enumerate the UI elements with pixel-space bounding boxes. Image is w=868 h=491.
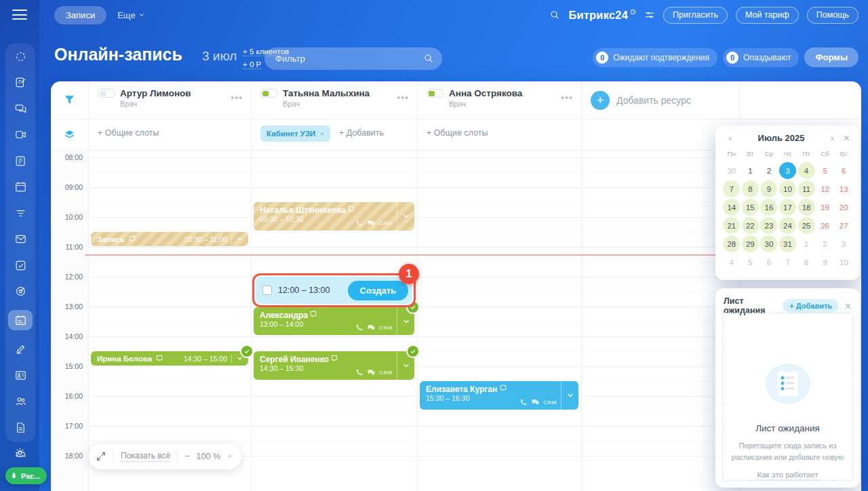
calendar-day[interactable]: 28: [723, 235, 740, 252]
free-slot[interactable]: 12:00 – 13:00 Создать: [256, 277, 412, 304]
calendar-day[interactable]: 8: [742, 180, 759, 197]
current-date[interactable]: 3 июл: [202, 49, 237, 64]
calendar-day[interactable]: 19: [816, 199, 833, 216]
close-icon[interactable]: ✕: [843, 133, 850, 143]
calendar-day[interactable]: 16: [760, 199, 777, 216]
calendar-day[interactable]: 2: [760, 162, 777, 179]
calendar-day[interactable]: 10: [779, 180, 796, 197]
resource-toggle[interactable]: [98, 89, 115, 98]
calendar-day[interactable]: 1: [798, 235, 815, 252]
room-tag[interactable]: Кабинет УЗИ×: [260, 125, 330, 142]
chat-icon[interactable]: [367, 368, 376, 377]
calendar-day[interactable]: 10: [835, 254, 852, 271]
late-badge[interactable]: 0 Опаздывают: [723, 48, 799, 67]
calendar-icon[interactable]: [10, 180, 31, 195]
messenger-icon[interactable]: [10, 101, 31, 116]
calendar-day[interactable]: 9: [760, 180, 777, 197]
more-menu[interactable]: Еще: [117, 10, 144, 20]
calendar-day-selected[interactable]: 3: [779, 162, 796, 179]
chevron-down-icon[interactable]: [236, 355, 243, 362]
marketing-icon[interactable]: [10, 284, 31, 299]
calendar-day[interactable]: 20: [835, 199, 852, 216]
pending-badge[interactable]: 0 Ожидают подтверждения: [593, 48, 717, 67]
search-icon[interactable]: [549, 9, 560, 20]
prev-month-icon[interactable]: ‹: [725, 133, 736, 143]
promo-badge[interactable]: Рас...: [5, 467, 47, 484]
calendar-day[interactable]: 30: [760, 235, 777, 252]
calendar-day[interactable]: 2: [816, 235, 833, 252]
chevron-down-icon[interactable]: [236, 235, 243, 243]
calendar-day[interactable]: 23: [760, 217, 777, 234]
resource-col-tatyana[interactable]: Татьяна Малыхина Врач •••: [251, 81, 417, 119]
calendar-day[interactable]: 17: [779, 199, 796, 216]
calendar-day[interactable]: 1: [742, 162, 759, 179]
expand-icon[interactable]: [96, 451, 106, 462]
mail-icon[interactable]: [10, 232, 31, 247]
filter-input[interactable]: [264, 47, 442, 70]
calendar-day[interactable]: 9: [816, 254, 833, 271]
event-irina[interactable]: Ирина Белова 14:30 – 15:00: [91, 351, 248, 366]
event-liza[interactable]: Елизавета Курган 15:30 – 16:30 CRM: [420, 381, 578, 410]
phone-icon[interactable]: [519, 398, 528, 407]
help-button[interactable]: Помощь: [807, 7, 859, 24]
calendar-day[interactable]: 18: [798, 199, 815, 216]
next-month-icon[interactable]: ›: [827, 133, 837, 143]
calendar-day[interactable]: 6: [760, 254, 777, 271]
shared-slots-button[interactable]: + Общие слоты: [427, 128, 488, 138]
calendar-day[interactable]: 7: [779, 254, 796, 271]
event-natalia[interactable]: Наталья Штенникова 09:30 – 10:30 CRM: [254, 202, 414, 231]
calendar-day[interactable]: 6: [835, 162, 852, 179]
add-resource-button[interactable]: + Добавить ресурс: [581, 81, 739, 119]
calendar-day[interactable]: 29: [742, 235, 759, 252]
phone-icon[interactable]: [355, 323, 363, 332]
phone-icon[interactable]: [355, 219, 363, 228]
phone-icon[interactable]: [355, 368, 363, 377]
settings-icon[interactable]: [9, 445, 30, 460]
event-zapis[interactable]: Запись 10:30 – 11:00: [91, 232, 248, 246]
employees-icon[interactable]: [10, 394, 31, 409]
contacts-icon[interactable]: [10, 368, 31, 382]
create-button[interactable]: Создать: [348, 281, 408, 300]
show-all-button[interactable]: Показать всё: [121, 451, 170, 462]
calendar-day[interactable]: 4: [798, 162, 815, 179]
calendar-day[interactable]: 13: [835, 180, 852, 197]
slot-checkbox[interactable]: [262, 286, 272, 295]
booking-icon[interactable]: [8, 310, 33, 330]
waitlist-how-link[interactable]: Как это работает: [757, 471, 818, 480]
more-icon[interactable]: •••: [397, 92, 409, 103]
calendar-day[interactable]: 30: [723, 162, 740, 179]
search-icon[interactable]: [423, 53, 434, 64]
sliders-icon[interactable]: [644, 9, 655, 20]
tariff-button[interactable]: Мой тариф: [736, 7, 799, 24]
calendar-day[interactable]: 25: [798, 217, 815, 234]
calendar-day[interactable]: 8: [798, 254, 815, 271]
event-sergey[interactable]: Сергей Иваненко 14:30 – 15:30 CRM: [254, 351, 414, 380]
calendar-day[interactable]: 26: [816, 217, 833, 234]
calendar-day[interactable]: 5: [742, 254, 759, 271]
tab-records[interactable]: Записи: [54, 6, 106, 24]
resource-col-artur[interactable]: Артур Лимонов Врач •••: [88, 81, 251, 119]
add-room-button[interactable]: + Добавить: [339, 128, 384, 138]
more-icon[interactable]: •••: [231, 92, 243, 103]
forms-button[interactable]: Формы: [804, 47, 859, 67]
zoom-in-button[interactable]: +: [227, 452, 232, 461]
event-alexandra[interactable]: Александра 13:00 – 14:00 CRM: [254, 307, 414, 335]
resource-toggle[interactable]: [260, 89, 277, 98]
calendar-day[interactable]: 21: [723, 217, 740, 234]
calendar-day[interactable]: 4: [723, 254, 740, 271]
calendar-day[interactable]: 3: [835, 235, 852, 252]
more-icon[interactable]: •••: [561, 92, 573, 103]
chevron-down-icon[interactable]: [397, 202, 414, 231]
zoom-out-button[interactable]: −: [184, 452, 189, 461]
calendar-day[interactable]: 7: [723, 180, 740, 197]
documents-icon[interactable]: [10, 420, 31, 435]
calendar-day[interactable]: 5: [816, 162, 833, 179]
invite-button[interactable]: Пригласить: [663, 7, 728, 24]
sales-funnel-icon[interactable]: [10, 205, 31, 220]
calendar-day[interactable]: 15: [742, 199, 759, 216]
waitlist-dropzone[interactable]: Лист ожидания Перетащите сюда запись из …: [722, 313, 853, 481]
tasks-icon[interactable]: [10, 75, 31, 90]
chevron-down-icon[interactable]: [561, 381, 578, 410]
layers-icon[interactable]: [63, 128, 76, 141]
todo-icon[interactable]: [10, 258, 31, 273]
